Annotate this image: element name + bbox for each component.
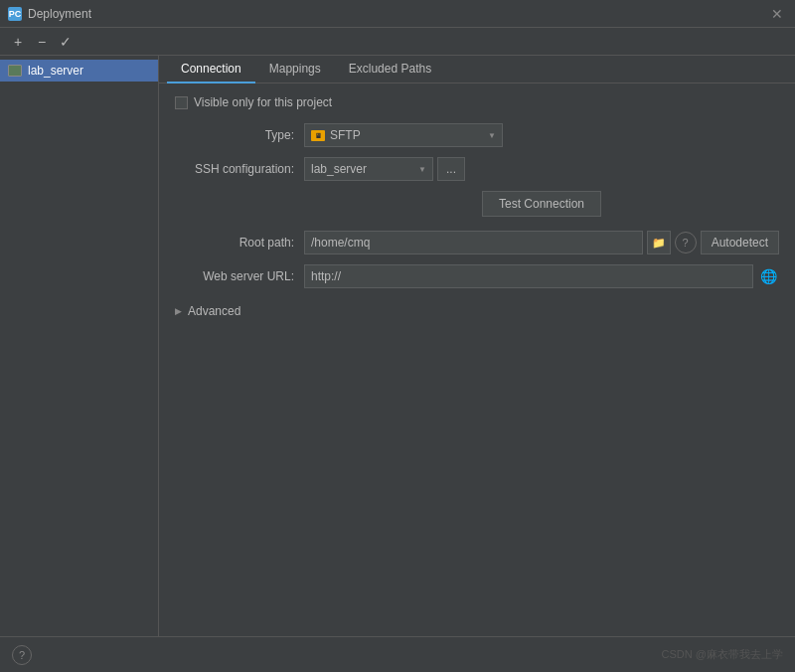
sftp-icon: 🖥 <box>311 130 325 141</box>
ssh-label: SSH configuration: <box>175 162 304 176</box>
root-path-control: 📁 ? Autodetect <box>304 231 779 254</box>
sidebar: lab_server <box>0 56 159 636</box>
type-control: 🖥 SFTP ▼ <box>304 123 779 147</box>
web-url-label: Web server URL: <box>175 269 304 283</box>
server-icon <box>8 65 22 77</box>
ssh-row: SSH configuration: lab_server ▼ ... <box>175 157 779 181</box>
form-area: Visible only for this project Type: 🖥 SF… <box>159 84 795 636</box>
help-button[interactable]: ? <box>12 645 32 665</box>
window-title: Deployment <box>28 7 91 21</box>
ssh-dots-button[interactable]: ... <box>437 157 465 181</box>
toolbar: + − ✓ <box>0 28 795 56</box>
visible-checkbox-row[interactable]: Visible only for this project <box>175 95 779 109</box>
tab-excluded-paths[interactable]: Excluded Paths <box>335 56 445 84</box>
advanced-row[interactable]: ▶ Advanced <box>175 298 779 324</box>
ssh-select-value: lab_server <box>311 162 367 176</box>
app-icon: PC <box>8 7 22 21</box>
title-bar: PC Deployment ✕ <box>0 0 795 28</box>
root-path-folder-button[interactable]: 📁 <box>647 231 671 254</box>
root-path-input[interactable] <box>304 231 643 254</box>
sidebar-item-label: lab_server <box>28 64 83 78</box>
test-connection-button[interactable]: Test Connection <box>482 191 601 217</box>
root-path-help-button[interactable]: ? <box>675 232 697 253</box>
type-dropdown-arrow: ▼ <box>488 131 496 140</box>
apply-button[interactable]: ✓ <box>56 32 76 52</box>
globe-icon: 🌐 <box>757 265 779 287</box>
add-button[interactable]: + <box>8 32 28 52</box>
main-layout: lab_server Connection Mappings Excluded … <box>0 56 795 636</box>
bottom-bar: ? CSDN @麻衣带我去上学 <box>0 636 795 672</box>
tab-mappings[interactable]: Mappings <box>255 56 335 84</box>
ssh-dropdown-arrow: ▼ <box>418 165 426 174</box>
web-url-control: 🌐 <box>304 264 779 288</box>
tabs: Connection Mappings Excluded Paths <box>159 56 795 84</box>
root-path-label: Root path: <box>175 236 304 250</box>
content-panel: Connection Mappings Excluded Paths Visib… <box>159 56 795 636</box>
type-select-value: SFTP <box>330 128 361 142</box>
ssh-select[interactable]: lab_server ▼ <box>304 157 433 181</box>
sidebar-item-lab-server[interactable]: lab_server <box>0 60 158 82</box>
web-url-row: Web server URL: 🌐 <box>175 264 779 288</box>
web-url-input[interactable] <box>304 264 753 288</box>
type-select-inner: 🖥 SFTP <box>311 128 361 142</box>
type-label: Type: <box>175 128 304 142</box>
type-row: Type: 🖥 SFTP ▼ <box>175 123 779 147</box>
autodetect-button[interactable]: Autodetect <box>701 231 779 254</box>
tab-connection[interactable]: Connection <box>167 56 255 84</box>
close-button[interactable]: ✕ <box>767 6 787 22</box>
root-path-row: Root path: 📁 ? Autodetect <box>175 231 779 254</box>
visible-checkbox[interactable] <box>175 96 188 109</box>
test-connection-row: Test Connection <box>175 191 779 217</box>
remove-button[interactable]: − <box>32 32 52 52</box>
type-select[interactable]: 🖥 SFTP ▼ <box>304 123 503 147</box>
visible-checkbox-label: Visible only for this project <box>194 95 332 109</box>
collapse-arrow-icon: ▶ <box>175 306 182 316</box>
watermark: CSDN @麻衣带我去上学 <box>662 647 783 662</box>
title-bar-left: PC Deployment <box>8 7 91 21</box>
ssh-control: lab_server ▼ ... <box>304 157 779 181</box>
advanced-label: Advanced <box>188 304 240 318</box>
